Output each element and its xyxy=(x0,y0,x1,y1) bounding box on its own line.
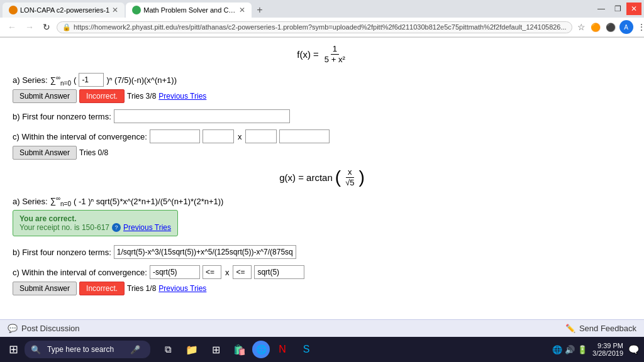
gx-part-b-label: b) First four nonzero terms: xyxy=(13,245,631,259)
tab-icon-1 xyxy=(9,6,18,14)
lock-icon: 🔒 xyxy=(62,23,71,31)
gx-part-a-label: a) Series: ∑∞n=0 ( -1 )ⁿ sqrt(5)*x^(2*n+… xyxy=(13,195,631,207)
fx-part-a-text: a) Series: xyxy=(13,75,48,85)
gx-part-b-input[interactable] xyxy=(114,245,296,259)
avatar[interactable]: A xyxy=(619,20,633,34)
fx-part-a-paren: ( xyxy=(74,75,76,85)
ext-icon-2[interactable]: ⚫ xyxy=(604,21,617,33)
gx-correct-box: You are correct. Your receipt no. is 150… xyxy=(13,210,178,236)
gx-part-c-input1[interactable] xyxy=(150,265,200,279)
restore-button[interactable]: ❐ xyxy=(610,3,625,15)
gx-part-c-submit-button[interactable]: Submit Answer xyxy=(13,282,77,295)
fx-sum-notation: ∑∞n=0 xyxy=(50,74,71,86)
taskbar-icons: ⧉ 📁 ⊞ 🛍️ 🌐 N S xyxy=(157,338,318,361)
microphone-icon: 🎤 xyxy=(130,345,140,354)
fx-denominator: 5 + x² xyxy=(323,55,347,65)
store-button[interactable]: 🛍️ xyxy=(228,338,251,361)
tab-loncapa[interactable]: LON-CAPA c2-powerseries-1 ✕ xyxy=(3,3,125,18)
fx-part-c-text: c) Within the interval of convergence: xyxy=(13,132,147,141)
window-controls: — ❐ ✕ xyxy=(594,3,641,18)
fx-part-a-input[interactable] xyxy=(79,73,104,87)
taskbar-clock[interactable]: 9:39 PM 3/28/2019 xyxy=(592,342,623,357)
volume-icon[interactable]: 🔊 xyxy=(565,345,575,354)
gx-part-c-op2[interactable] xyxy=(233,265,252,279)
gx-right-paren: ) xyxy=(359,168,365,186)
chat-icon: 💬 xyxy=(8,324,18,333)
page-content: f(x) = 1 5 + x² a) Series: ∑∞n=0 ( )ⁿ (7… xyxy=(0,38,644,319)
send-feedback-button[interactable]: ✏️ Send Feedback xyxy=(565,324,636,333)
gx-receipt-text: Your receipt no. is 150-617 xyxy=(19,223,109,232)
forward-button[interactable]: → xyxy=(23,21,36,33)
fx-part-c-submit-button[interactable]: Submit Answer xyxy=(13,146,77,160)
fx-part-c-input1[interactable] xyxy=(150,129,200,143)
close-button[interactable]: ✕ xyxy=(626,3,641,15)
gx-fraction: x √5 xyxy=(343,167,356,187)
start-button[interactable]: ⊞ xyxy=(5,340,22,359)
fx-part-c-label-row: c) Within the interval of convergence: x xyxy=(13,129,631,143)
network-icon[interactable]: 🌐 xyxy=(552,345,562,354)
gx-part-c-prev-link[interactable]: Previous Tries xyxy=(158,284,206,293)
taskbar: ⊞ 🔍 🎤 ⧉ 📁 ⊞ 🛍️ 🌐 N S 🌐 🔊 🔋 9:39 PM 3/28/… xyxy=(0,337,644,362)
fx-formula: f(x) = 1 5 + x² xyxy=(13,44,631,64)
fx-part-c-input4[interactable] xyxy=(279,129,330,143)
gx-denominator: √5 xyxy=(343,178,356,188)
battery-icon[interactable]: 🔋 xyxy=(577,345,587,354)
tab-close-2[interactable]: ✕ xyxy=(239,6,245,14)
skype-button[interactable]: S xyxy=(295,338,318,361)
system-tray: 🌐 🔊 🔋 xyxy=(552,345,587,354)
gx-prev-link[interactable]: Previous Tries xyxy=(123,223,171,232)
netflix-button[interactable]: N xyxy=(271,338,294,361)
address-bar[interactable]: 🔒 https://homework2.phyast.pitt.edu/res/… xyxy=(57,21,572,33)
taskbar-search-input[interactable] xyxy=(45,343,126,356)
taskbar-time-display: 9:39 PM xyxy=(592,342,623,349)
menu-button[interactable]: ⋮ xyxy=(636,21,644,33)
notification-icon[interactable]: 🗨️ xyxy=(628,344,639,354)
refresh-button[interactable]: ↻ xyxy=(40,21,53,33)
gx-sum-notation: ∑∞n=0 xyxy=(50,195,71,207)
fx-numerator: 1 xyxy=(331,44,339,55)
back-button[interactable]: ← xyxy=(5,21,19,33)
fx-label: f(x) = xyxy=(297,49,319,60)
url-text: https://homework2.phyast.pitt.edu/res/pi… xyxy=(74,23,567,31)
ext-icon-1[interactable]: 🟠 xyxy=(589,21,602,33)
gx-part-c-input2[interactable] xyxy=(254,265,304,279)
minimize-button[interactable]: — xyxy=(594,3,609,15)
browser-chrome: LON-CAPA c2-powerseries-1 ✕ Math Problem… xyxy=(0,0,644,38)
gx-part-c-label-row: c) Within the interval of convergence: x xyxy=(13,265,631,279)
fx-part-a-incorrect-button[interactable]: Incorrect. xyxy=(79,89,125,103)
file-explorer-button[interactable]: 📁 xyxy=(180,338,203,361)
post-discussion-button[interactable]: 💬 Post Discussion xyxy=(8,324,79,333)
gx-left-paren: ( xyxy=(335,168,341,186)
gx-part-c-op1[interactable] xyxy=(203,265,221,279)
gx-label: g(x) = arctan xyxy=(279,172,333,183)
gx-part-a: a) Series: ∑∞n=0 ( -1 )ⁿ sqrt(5)*x^(2*n+… xyxy=(13,195,631,239)
start-menu-button[interactable]: ⊞ xyxy=(204,338,227,361)
post-discussion-label: Post Discussion xyxy=(21,324,79,333)
fx-part-c-input3[interactable] xyxy=(245,129,277,143)
fx-part-c-input2[interactable] xyxy=(203,129,234,143)
fx-part-b-input[interactable] xyxy=(114,109,290,123)
help-icon[interactable]: ? xyxy=(112,223,121,232)
gx-numerator: x xyxy=(346,167,354,178)
new-tab-button[interactable]: + xyxy=(253,4,266,16)
gx-part-c-text: c) Within the interval of convergence: xyxy=(13,268,147,277)
tab-close-1[interactable]: ✕ xyxy=(112,6,118,14)
taskbar-search-box[interactable]: 🔍 🎤 xyxy=(25,341,150,358)
task-view-button[interactable]: ⧉ xyxy=(157,338,179,361)
fx-part-a-tries: Tries 3/8 xyxy=(127,92,156,101)
fx-part-a-submit-button[interactable]: Submit Answer xyxy=(13,89,77,103)
tab-math[interactable]: Math Problem Solver and Calcul... ✕ xyxy=(126,3,252,18)
gx-part-c-answer-row: Submit Answer Incorrect. Tries 1/8 Previ… xyxy=(13,282,631,295)
fx-part-c-answer-row: Submit Answer Tries 0/8 xyxy=(13,146,631,160)
tab-label-1: LON-CAPA c2-powerseries-1 xyxy=(20,6,109,14)
gx-part-a-text: a) Series: xyxy=(13,197,48,206)
bookmark-star-button[interactable]: ☆ xyxy=(576,21,587,33)
gx-part-c-incorrect-button[interactable]: Incorrect. xyxy=(79,282,125,295)
pencil-icon: ✏️ xyxy=(565,324,575,333)
tab-icon-2 xyxy=(132,6,141,14)
chrome-button[interactable]: 🌐 xyxy=(252,341,270,358)
send-feedback-label: Send Feedback xyxy=(579,324,636,333)
fx-part-a-prev-link[interactable]: Previous Tries xyxy=(158,92,206,101)
tab-label-2: Math Problem Solver and Calcul... xyxy=(143,6,236,14)
gx-part-c: c) Within the interval of convergence: x… xyxy=(13,265,631,295)
